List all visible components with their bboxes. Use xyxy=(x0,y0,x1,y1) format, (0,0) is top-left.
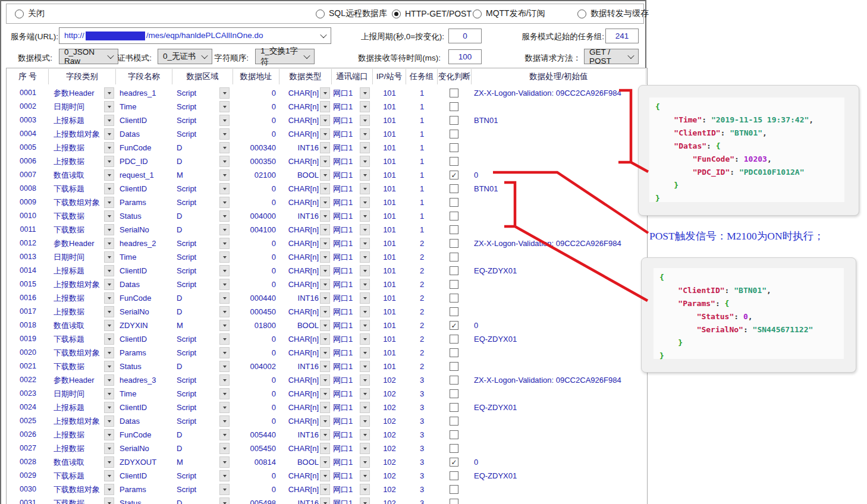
dropdown-button[interactable] xyxy=(360,265,370,276)
dropdown-button[interactable] xyxy=(360,402,370,413)
row-field-name[interactable]: Status xyxy=(120,496,174,504)
row-data-type[interactable]: CHAR[n] xyxy=(279,346,319,360)
row-category[interactable]: 上报标题 xyxy=(54,114,105,127)
row-category[interactable]: 数值读取 xyxy=(54,455,105,469)
dropdown-button[interactable] xyxy=(360,415,370,427)
row-comm-port[interactable]: 网口1 xyxy=(333,127,359,141)
row-field-name[interactable]: Time xyxy=(120,250,174,264)
row-data-type[interactable]: CHAR[n] xyxy=(279,223,319,237)
change-judge-checkbox[interactable] xyxy=(450,89,458,97)
row-field-name[interactable]: Status xyxy=(120,360,174,373)
dropdown-button[interactable] xyxy=(219,224,230,235)
dropdown-button[interactable] xyxy=(104,265,114,276)
dropdown-button[interactable] xyxy=(219,333,230,345)
row-field-name[interactable]: FunCode xyxy=(120,291,174,305)
dropdown-button[interactable] xyxy=(104,374,114,386)
dropdown-button[interactable] xyxy=(360,87,370,99)
dropdown-button[interactable] xyxy=(104,115,114,126)
radio-close[interactable]: 关闭 xyxy=(15,8,45,19)
row-task-group[interactable]: 3 xyxy=(406,387,438,401)
row-field-name[interactable]: Time xyxy=(120,100,174,114)
dropdown-button[interactable] xyxy=(320,101,330,112)
row-field-name[interactable]: ClientID xyxy=(120,264,174,278)
row-init-value[interactable] xyxy=(474,250,646,264)
radio-data-forward-cache[interactable]: 数据转发与缓存 xyxy=(577,8,649,19)
row-data-area[interactable]: D xyxy=(177,141,219,155)
row-init-value[interactable]: ZX-X-Logon-Validation: 09CC2CA926F984 xyxy=(474,86,646,100)
row-data-addr[interactable]: 0 xyxy=(233,114,276,127)
dropdown-button[interactable] xyxy=(219,470,230,481)
dropdown-button[interactable] xyxy=(104,333,114,345)
change-judge-checkbox[interactable] xyxy=(450,335,458,344)
row-category[interactable]: 上报标题 xyxy=(54,401,105,414)
row-data-area[interactable]: Script xyxy=(177,237,219,250)
row-data-area[interactable]: Script xyxy=(177,373,219,387)
dropdown-button[interactable] xyxy=(219,497,230,504)
row-data-addr[interactable]: 0 xyxy=(233,278,276,291)
dropdown-button[interactable] xyxy=(360,279,370,290)
row-ip-station[interactable]: 102 xyxy=(373,442,406,455)
row-init-value[interactable]: EQ-ZDYX01 xyxy=(474,264,646,278)
dropdown-button[interactable] xyxy=(320,238,330,249)
row-ip-station[interactable]: 101 xyxy=(373,182,406,196)
row-data-type[interactable]: CHAR[n] xyxy=(279,332,319,346)
dropdown-button[interactable] xyxy=(360,292,370,304)
dropdown-button[interactable] xyxy=(360,238,370,249)
task-group-start-input[interactable]: 241 xyxy=(605,29,639,43)
dropdown-button[interactable] xyxy=(104,388,114,399)
server-url-combobox[interactable]: http:///mes/eqp/hanldePLCAllInOne.do xyxy=(59,27,331,44)
row-data-type[interactable]: CHAR[n] xyxy=(279,278,319,291)
dropdown-button[interactable] xyxy=(219,279,230,290)
dropdown-button[interactable] xyxy=(320,265,330,276)
row-field-name[interactable]: ZDYXOUT xyxy=(120,455,174,469)
dropdown-button[interactable] xyxy=(320,169,330,181)
dropdown-button[interactable] xyxy=(320,142,330,153)
dropdown-button[interactable] xyxy=(360,374,370,386)
row-init-value[interactable] xyxy=(474,100,646,114)
row-data-area[interactable]: Script xyxy=(177,264,219,278)
row-field-name[interactable]: ZDYXIN xyxy=(120,319,174,332)
dropdown-button[interactable] xyxy=(360,210,370,222)
row-ip-station[interactable]: 102 xyxy=(373,469,406,483)
change-judge-checkbox[interactable] xyxy=(450,485,458,494)
row-data-type[interactable]: CHAR[n] xyxy=(279,182,319,196)
row-task-group[interactable]: 1 xyxy=(406,182,438,196)
row-data-area[interactable]: Script xyxy=(177,469,219,483)
row-ip-station[interactable]: 101 xyxy=(373,168,406,182)
row-ip-station[interactable]: 101 xyxy=(373,264,406,278)
dropdown-button[interactable] xyxy=(219,156,230,167)
row-comm-port[interactable]: 网口1 xyxy=(333,278,359,291)
row-init-value[interactable]: EQ-ZDYX01 xyxy=(474,401,646,414)
change-judge-checkbox[interactable] xyxy=(450,307,458,316)
dropdown-button[interactable] xyxy=(104,142,114,153)
dropdown-button[interactable] xyxy=(360,169,370,181)
row-data-type[interactable]: CHAR[n] xyxy=(279,401,319,414)
dropdown-button[interactable] xyxy=(219,443,230,454)
dropdown-button[interactable] xyxy=(360,128,370,140)
row-comm-port[interactable]: 网口1 xyxy=(333,469,359,483)
row-ip-station[interactable]: 101 xyxy=(373,319,406,332)
row-task-group[interactable]: 1 xyxy=(406,168,438,182)
dropdown-button[interactable] xyxy=(320,128,330,140)
dropdown-button[interactable] xyxy=(104,210,114,222)
row-task-group[interactable]: 3 xyxy=(406,414,438,428)
dropdown-button[interactable] xyxy=(219,402,230,413)
row-data-addr[interactable]: 0 xyxy=(233,86,276,100)
dropdown-button[interactable] xyxy=(320,87,330,99)
row-category[interactable]: 下载数组对象 xyxy=(54,483,105,496)
row-task-group[interactable]: 1 xyxy=(406,86,438,100)
row-ip-station[interactable]: 101 xyxy=(373,346,406,360)
row-data-type[interactable]: BOOL xyxy=(279,319,319,332)
dropdown-button[interactable] xyxy=(360,361,370,372)
request-method-dropdown[interactable]: GET / POST xyxy=(584,49,639,64)
row-data-addr[interactable]: 005498 xyxy=(233,496,276,504)
change-judge-checkbox[interactable] xyxy=(450,280,458,289)
row-init-value[interactable]: BTN01 xyxy=(474,182,646,196)
row-ip-station[interactable]: 101 xyxy=(373,223,406,237)
row-ip-station[interactable]: 102 xyxy=(373,428,406,442)
change-judge-checkbox[interactable] xyxy=(450,212,458,220)
row-ip-station[interactable]: 101 xyxy=(373,100,406,114)
change-judge-checkbox[interactable] xyxy=(450,348,458,357)
row-data-type[interactable]: CHAR[n] xyxy=(279,414,319,428)
row-data-type[interactable]: CHAR[n] xyxy=(279,373,319,387)
